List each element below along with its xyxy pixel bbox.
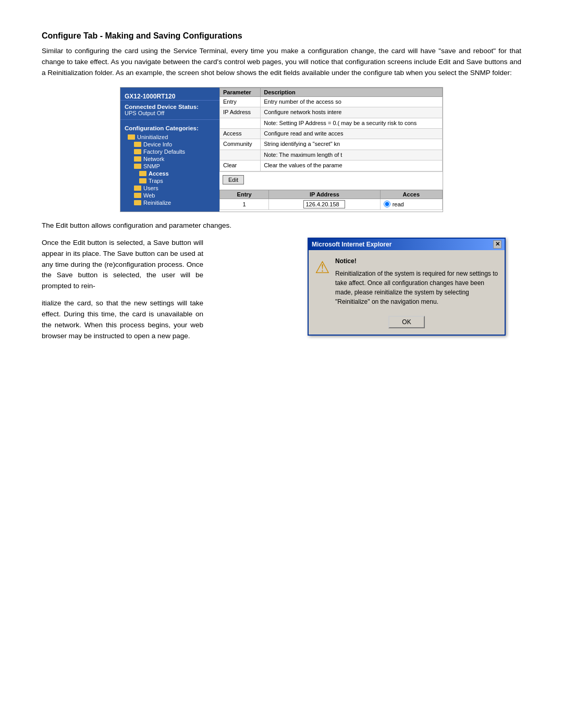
- desc-cell: Configure read and write acces: [261, 128, 443, 139]
- read-radio[interactable]: [384, 201, 390, 207]
- access-radio-group: read: [384, 201, 439, 207]
- entry-ip: [269, 199, 380, 209]
- nav-label: Traps: [149, 178, 163, 184]
- entry-row: 1 read: [220, 199, 443, 209]
- nav-item-users: Users: [125, 184, 215, 192]
- intro-paragraph: Similar to configuring the card using th…: [42, 46, 521, 79]
- close-icon[interactable]: ✕: [493, 240, 501, 249]
- nav-item-web: Web: [125, 192, 215, 199]
- dialog-title: Microsoft Internet Explorer: [312, 241, 391, 248]
- folder-icon: [134, 193, 141, 198]
- nav-label: Access: [149, 170, 169, 177]
- categories-label: Configuration Categories:: [125, 125, 215, 131]
- param-cell: Access: [220, 128, 261, 139]
- table-row: IP Address Configure network hosts inter…: [220, 107, 443, 118]
- edit-button-area: Edit: [219, 171, 443, 188]
- nav-item-deviceinfo: Device Info: [125, 141, 215, 148]
- col-ip: IP Address: [269, 190, 380, 199]
- nav-item-reinitialize: Reinitialize: [125, 199, 215, 206]
- notice-title: Notice!: [335, 256, 498, 266]
- nav-panel: GX12-1000RT120 Connected Device Status: …: [120, 88, 219, 212]
- table-row: Note: The maximum length of t: [220, 150, 443, 160]
- dialog-content: Notice! Reinitialization of the system i…: [335, 256, 498, 306]
- folder-icon: [134, 200, 141, 205]
- folder-icon: [128, 134, 135, 140]
- ie-titlebar: Microsoft Internet Explorer ✕: [309, 239, 505, 250]
- status-value: UPS Output Off: [125, 110, 215, 116]
- ok-button[interactable]: OK: [388, 316, 424, 328]
- save-paragraph-top: Once the Edit button is selected, a Save…: [42, 238, 203, 292]
- param-cell: IP Address: [220, 107, 261, 118]
- ie-dialog: Microsoft Internet Explorer ✕ ⚠ Notice! …: [308, 238, 506, 336]
- warning-icon: ⚠: [315, 257, 330, 306]
- table-row: Note: Setting IP Address = 0.( may be a …: [220, 118, 443, 128]
- desc-cell: Entry number of the access so: [261, 96, 443, 107]
- device-status-section: Connected Device Status: UPS Output Off: [120, 101, 219, 120]
- nav-item-traps: Traps: [125, 177, 215, 184]
- ie-footer: OK: [309, 313, 505, 335]
- desc-cell: Note: The maximum length of t: [261, 150, 443, 160]
- save-paragraph-bottom: itialize the card, so that the new setti…: [42, 298, 203, 342]
- param-cell: Entry: [220, 96, 261, 107]
- left-text-column: Once the Edit button is selected, a Save…: [42, 238, 203, 348]
- nav-item-uninitialized: Uninitialized: [125, 133, 215, 141]
- desc-cell: Clear the values of the parame: [261, 161, 443, 171]
- content-panel: Parameter Description Entry Entry number…: [219, 88, 443, 212]
- desc-cell: Note: Setting IP Address = 0.( may be a …: [261, 118, 443, 128]
- nav-label: Web: [143, 192, 155, 199]
- desc-cell: Configure network hosts intere: [261, 107, 443, 118]
- right-dialog-column: Microsoft Internet Explorer ✕ ⚠ Notice! …: [214, 238, 521, 348]
- entry-access: read: [380, 199, 442, 209]
- screenshot-image: GX12-1000RT120 Connected Device Status: …: [120, 87, 443, 212]
- dialog-section: Once the Edit button is selected, a Save…: [42, 238, 521, 348]
- param-cell: Community: [220, 139, 261, 150]
- status-label: Connected Device Status:: [125, 104, 215, 110]
- nav-label: SNMP: [143, 163, 160, 169]
- edit-button[interactable]: Edit: [223, 175, 244, 184]
- page-title: Configure Tab - Making and Saving Config…: [42, 31, 521, 41]
- folder-icon: [139, 171, 146, 176]
- read-label: read: [393, 201, 404, 207]
- folder-icon: [134, 142, 141, 147]
- col-description: Description: [261, 88, 443, 96]
- col-parameter: Parameter: [220, 88, 261, 96]
- table-row: Clear Clear the values of the parame: [220, 161, 443, 171]
- nav-label: Reinitialize: [143, 200, 171, 206]
- nav-label: Users: [143, 185, 158, 191]
- table-row: Access Configure read and write acces: [220, 128, 443, 139]
- nav-item-snmp: SNMP: [125, 163, 215, 170]
- param-table: Parameter Description Entry Entry number…: [219, 88, 443, 171]
- config-categories-section: Configuration Categories: Uninitialized …: [120, 123, 219, 208]
- table-row: Entry Entry number of the access so: [220, 96, 443, 107]
- folder-icon: [139, 178, 146, 183]
- entry-number: 1: [220, 199, 269, 209]
- param-cell: Clear: [220, 161, 261, 171]
- folder-icon: [134, 156, 141, 162]
- param-cell: [220, 150, 261, 160]
- param-cell: [220, 118, 261, 128]
- nav-item-access: Access: [125, 170, 215, 177]
- device-name: GX12-1000RT120: [120, 91, 219, 101]
- nav-label: Factory Defaults: [143, 149, 185, 155]
- entry-table: Entry IP Address Acces 1 read: [219, 190, 443, 210]
- col-access: Acces: [380, 190, 442, 199]
- col-entry: Entry: [220, 190, 269, 199]
- nav-item-network: Network: [125, 155, 215, 163]
- dialog-message: Reinitialization of the system is requir…: [335, 269, 498, 306]
- table-row: Community String identifying a "secret" …: [220, 139, 443, 150]
- ie-body: ⚠ Notice! Reinitialization of the system…: [309, 250, 505, 313]
- desc-cell: String identifying a "secret" kn: [261, 139, 443, 150]
- nav-item-factory: Factory Defaults: [125, 148, 215, 155]
- folder-icon: [134, 149, 141, 154]
- nav-label: Network: [143, 156, 164, 162]
- ip-address-input[interactable]: [303, 200, 345, 208]
- folder-icon: [134, 186, 141, 191]
- folder-icon: [134, 164, 141, 169]
- nav-label: Device Info: [143, 141, 172, 147]
- edit-paragraph: The Edit button allows configuration and…: [42, 220, 521, 231]
- nav-tree: Uninitialized Device Info Factory Defaul…: [125, 133, 215, 206]
- nav-label: Uninitialized: [137, 134, 168, 140]
